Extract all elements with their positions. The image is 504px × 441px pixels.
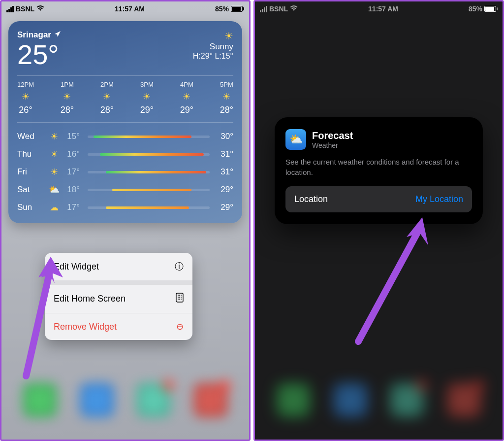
svg-point-4 bbox=[178, 297, 179, 298]
svg-point-1 bbox=[178, 295, 179, 296]
weather-location: Srinagar bbox=[17, 30, 51, 40]
widget-settings-card: ⛅ Forecast Weather See the current weath… bbox=[275, 117, 483, 224]
day-row: Wed☀15°30° bbox=[17, 128, 233, 145]
svg-point-9 bbox=[181, 299, 182, 300]
sun-icon: ☀ bbox=[193, 30, 233, 42]
dock-app-icon[interactable] bbox=[23, 383, 57, 417]
day-row: Thu☀16°31° bbox=[17, 145, 233, 163]
forecast-title: Forecast bbox=[312, 130, 353, 141]
phone-screenshot-right: BSNL 11:57 AM 85% ⛅ Forecast Weather See… bbox=[253, 0, 504, 441]
dock-app-icon[interactable] bbox=[390, 383, 424, 417]
svg-point-7 bbox=[178, 299, 179, 300]
hour-slot: 2PM☀28° bbox=[100, 81, 114, 115]
menu-label: Edit Home Screen bbox=[54, 294, 126, 304]
hour-slot: 12PM☀26° bbox=[17, 81, 34, 115]
high-low-temps: H:29° L:15° bbox=[193, 52, 233, 61]
dock-app-icon[interactable] bbox=[136, 383, 171, 417]
status-time: 11:57 AM bbox=[115, 5, 145, 13]
dock-app-icon[interactable] bbox=[447, 383, 481, 417]
info-icon: ⓘ bbox=[175, 261, 184, 272]
dock bbox=[255, 361, 503, 440]
dock-app-icon[interactable] bbox=[193, 383, 228, 417]
hour-slot: 5PM☀28° bbox=[220, 81, 233, 115]
weather-app-icon: ⛅ bbox=[285, 129, 306, 150]
remove-icon: ⊖ bbox=[176, 321, 184, 332]
dock-app-icon[interactable] bbox=[80, 383, 114, 417]
apps-icon bbox=[176, 293, 184, 305]
svg-point-2 bbox=[179, 295, 180, 296]
carrier-label: BSNL bbox=[16, 5, 34, 13]
menu-separator bbox=[45, 280, 192, 284]
location-arrow-icon bbox=[54, 30, 61, 40]
dock-app-icon[interactable] bbox=[276, 383, 311, 417]
weather-condition: Sunny bbox=[193, 42, 233, 52]
day-row: Sat⛅18°29° bbox=[17, 181, 233, 199]
edit-home-screen-menu-item[interactable]: Edit Home Screen bbox=[45, 284, 192, 313]
menu-label: Edit Widget bbox=[54, 262, 99, 272]
hourly-forecast: 12PM☀26° 1PM☀28° 2PM☀28° 3PM☀29° 4PM☀29°… bbox=[17, 81, 233, 115]
dock-app-icon[interactable] bbox=[333, 383, 368, 417]
svg-point-5 bbox=[179, 297, 180, 298]
current-temperature: 25° bbox=[17, 41, 61, 68]
battery-icon bbox=[231, 6, 244, 12]
hour-slot: 4PM☀29° bbox=[180, 81, 193, 115]
daily-forecast: Wed☀15°30° Thu☀16°31° Fri☀17°31° Sat⛅18°… bbox=[17, 128, 233, 216]
cellular-signal-icon bbox=[6, 6, 14, 12]
battery-percent: 85% bbox=[215, 5, 229, 13]
location-value: My Location bbox=[415, 194, 463, 204]
phone-screenshot-left: BSNL 11:57 AM 85% Srinagar 25° ☀ bbox=[0, 0, 251, 441]
battery-icon bbox=[484, 6, 498, 12]
dock bbox=[1, 361, 249, 440]
edit-widget-menu-item[interactable]: Edit Widget ⓘ bbox=[45, 253, 192, 280]
day-row: Fri☀17°31° bbox=[17, 163, 233, 181]
wifi-icon bbox=[36, 5, 44, 13]
remove-widget-menu-item[interactable]: Remove Widget ⊖ bbox=[45, 313, 192, 340]
weather-widget[interactable]: Srinagar 25° ☀ Sunny H:29° L:15° 12PM☀26… bbox=[8, 21, 242, 223]
location-label: Location bbox=[294, 194, 328, 204]
svg-point-8 bbox=[179, 299, 180, 300]
hour-slot: 1PM☀28° bbox=[61, 81, 74, 115]
svg-point-3 bbox=[181, 295, 182, 296]
hour-slot: 3PM☀29° bbox=[140, 81, 154, 115]
day-row: Sun☁17°29° bbox=[17, 199, 233, 216]
forecast-description: See the current weather conditions and f… bbox=[285, 157, 472, 177]
menu-label: Remove Widget bbox=[54, 322, 117, 332]
svg-point-6 bbox=[181, 297, 182, 298]
forecast-subtitle: Weather bbox=[312, 141, 353, 149]
status-bar: BSNL 11:57 AM 85% bbox=[1, 1, 249, 16]
location-setting-row[interactable]: Location My Location bbox=[285, 186, 472, 212]
widget-context-menu: Edit Widget ⓘ Edit Home Screen Remove Wi… bbox=[45, 253, 192, 340]
